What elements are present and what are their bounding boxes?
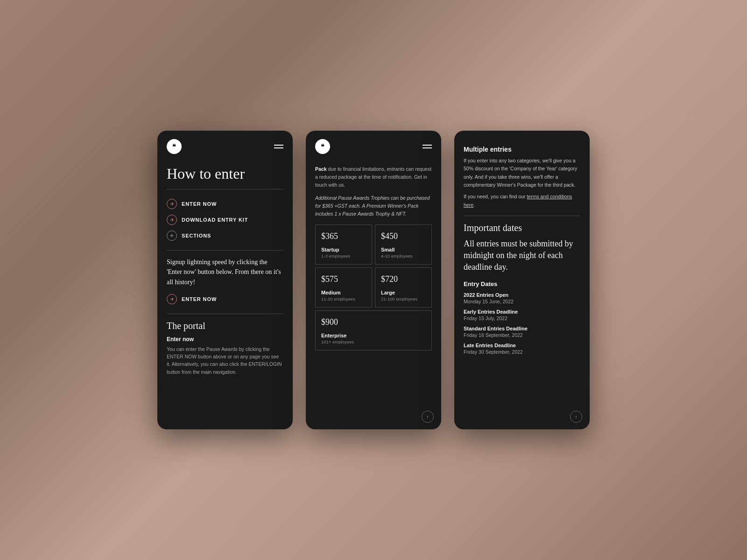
date-value-0: Monday 15 June, 2022 xyxy=(464,299,580,304)
arrow-icon-1 xyxy=(167,199,177,209)
price-amount-startup: $365 xyxy=(321,231,366,241)
phone-2: ❝ Pack due to financial limitations, ent… xyxy=(306,131,441,429)
date-late-deadline: Late Entries Deadline Friday 30 Septembe… xyxy=(464,343,580,355)
date-value-2: Friday 16 September, 2022 xyxy=(464,332,580,338)
phone-1: ❝ How to enter ENTER NOW xyxy=(157,131,293,429)
important-dates-title: Important dates xyxy=(464,223,580,233)
price-amount-large: $720 xyxy=(381,274,426,284)
portal-subtitle: Enter now xyxy=(167,336,283,343)
divider-phone3 xyxy=(464,216,580,216)
logo-1: ❝ xyxy=(167,139,182,154)
divider-2 xyxy=(167,250,283,251)
scroll-up-button-3[interactable]: ↑ xyxy=(570,411,582,423)
hamburger-menu-2[interactable] xyxy=(423,145,432,148)
multiple-entries-title: Multiple entries xyxy=(464,146,580,153)
price-label-small: Small xyxy=(381,247,426,252)
price-sub-enterprise: 101+ employees xyxy=(321,339,426,344)
price-sub-large: 21-100 employees xyxy=(381,296,426,301)
pack-italic: Additional Pause Awards Trophies can be … xyxy=(315,194,432,217)
arrow-icon-2 xyxy=(167,215,177,225)
nav-enter-now[interactable]: ENTER NOW xyxy=(167,196,283,212)
price-startup: $365 Startup 1-3 employees xyxy=(315,224,372,265)
price-amount-medium: $575 xyxy=(321,274,366,284)
portal-text: You can enter the Pause Awards by clicki… xyxy=(167,345,283,376)
phones-container: ❝ How to enter ENTER NOW xyxy=(148,121,599,439)
price-sub-medium: 11-20 employees xyxy=(321,296,366,301)
price-large: $720 Large 21-100 employees xyxy=(375,267,432,308)
phone-1-header: ❝ xyxy=(157,131,293,161)
price-amount-small: $450 xyxy=(381,231,426,241)
page-title: How to enter xyxy=(167,165,283,182)
plus-icon xyxy=(167,231,177,241)
enter-now-label: ENTER NOW xyxy=(182,296,217,302)
phone-2-header: ❝ xyxy=(306,131,441,161)
price-label-enterprise: Enterprise xyxy=(321,333,426,338)
price-enterprise: $900 Enterprise 101+ employees xyxy=(315,310,432,350)
date-entries-open: 2022 Entries Open Monday 15 June, 2022 xyxy=(464,292,580,304)
date-label-1: Early Entries Deadline xyxy=(464,309,580,315)
portal-title: The portal xyxy=(167,321,283,331)
phone-3-header xyxy=(454,131,590,146)
portal-section: The portal Enter now You can enter the P… xyxy=(167,321,283,376)
important-dates-desc: All entries must be submitted by midnigh… xyxy=(464,238,580,273)
date-value-3: Friday 30 September, 2022 xyxy=(464,349,580,355)
terms-text: If you need, you can find our terms and … xyxy=(464,193,580,209)
phone-1-content: How to enter ENTER NOW DOWNLOAD ENTRY KI… xyxy=(157,161,293,429)
entry-dates-title: Entry Dates xyxy=(464,280,580,287)
date-value-1: Friday 15 July, 2022 xyxy=(464,315,580,321)
price-amount-enterprise: $900 xyxy=(321,317,426,327)
pack-description: Pack due to financial limitations, entra… xyxy=(315,165,432,189)
date-label-2: Standard Entries Deadline xyxy=(464,326,580,331)
nav-sections[interactable]: SECTIONS xyxy=(167,228,283,244)
arrow-icon-enter xyxy=(167,294,177,304)
divider-1 xyxy=(167,189,283,189)
logo-2: ❝ xyxy=(315,139,330,154)
price-label-medium: Medium xyxy=(321,290,366,295)
price-medium: $575 Medium 11-20 employees xyxy=(315,267,372,308)
price-label-startup: Startup xyxy=(321,247,366,252)
date-label-0: 2022 Entries Open xyxy=(464,292,580,298)
phone-2-content: Pack due to financial limitations, entra… xyxy=(306,161,441,429)
divider-3 xyxy=(167,314,283,314)
price-small: $450 Small 4-10 employees xyxy=(375,224,432,265)
pricing-grid: $365 Startup 1-3 employees $450 Small 4-… xyxy=(315,224,432,350)
date-early-deadline: Early Entries Deadline Friday 15 July, 2… xyxy=(464,309,580,321)
date-standard-deadline: Standard Entries Deadline Friday 16 Sept… xyxy=(464,326,580,338)
price-sub-startup: 1-3 employees xyxy=(321,253,366,259)
date-label-3: Late Entries Deadline xyxy=(464,343,580,348)
enter-now-button-1[interactable]: ENTER NOW xyxy=(167,294,283,304)
scroll-up-button-2[interactable]: ↑ xyxy=(422,411,434,423)
hamburger-menu-1[interactable] xyxy=(274,145,283,148)
phone-3: Multiple entries If you enter into any t… xyxy=(454,131,590,429)
description-text: Signup lightning speed by clicking the '… xyxy=(167,257,283,287)
pack-normal: due to financial limitations, entrants c… xyxy=(315,166,431,188)
phone-3-content: Multiple entries If you enter into any t… xyxy=(454,146,590,429)
multiple-entries-text: If you enter into any two categories, we… xyxy=(464,157,580,189)
pack-bold: Pack xyxy=(315,166,327,172)
nav-download-kit[interactable]: DOWNLOAD ENTRY KIT xyxy=(167,212,283,228)
price-sub-small: 4-10 employees xyxy=(381,253,426,259)
price-label-large: Large xyxy=(381,290,426,295)
